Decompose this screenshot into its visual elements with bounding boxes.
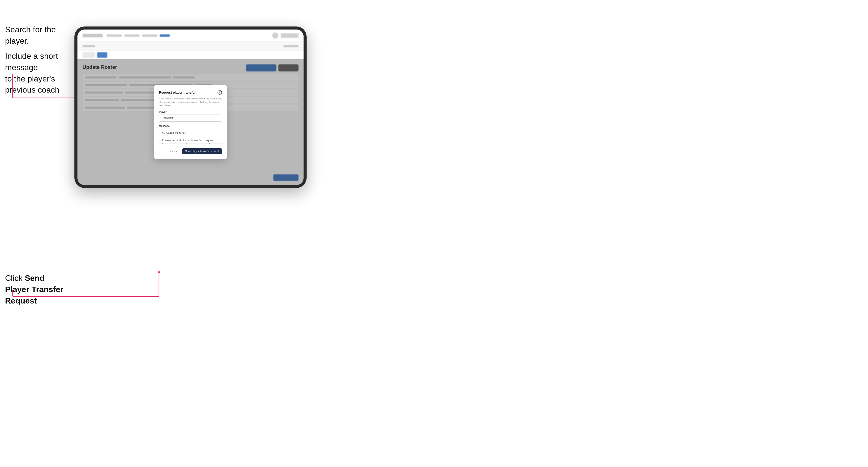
tabs-bar xyxy=(78,51,304,59)
tablet-device: Update Roster xyxy=(74,27,307,188)
player-input[interactable] xyxy=(159,115,222,122)
request-transfer-modal: Request player transfer × If the player … xyxy=(154,85,227,159)
nav-item-2 xyxy=(124,34,140,37)
header-action-btn xyxy=(281,33,299,38)
send-transfer-request-button[interactable]: Send Player Transfer Request xyxy=(182,148,222,154)
modal-footer: Cancel Send Player Transfer Request xyxy=(159,148,222,154)
tablet-screen: Update Roster xyxy=(78,30,304,185)
nav-item-active xyxy=(160,34,170,37)
sub-header-right xyxy=(283,45,299,47)
message-label: Message xyxy=(159,125,222,127)
modal-overlay: Request player transfer × If the player … xyxy=(78,59,304,185)
sub-header xyxy=(78,42,304,51)
nav-item-3 xyxy=(142,34,157,37)
app-nav xyxy=(107,34,268,37)
app-header-right xyxy=(272,33,299,39)
annotation-click-text: Click Send Player Transfer Request xyxy=(5,273,71,306)
annotation-message-text: Include a short message to the player's … xyxy=(5,51,73,96)
modal-close-button[interactable]: × xyxy=(217,90,222,95)
player-label: Player xyxy=(159,111,222,113)
annotation-search-text: Search for the player. xyxy=(5,24,71,47)
modal-header: Request player transfer × xyxy=(159,90,222,95)
sub-breadcrumb xyxy=(83,45,95,47)
svg-marker-7 xyxy=(157,271,160,273)
modal-description: If the player is transferring from anoth… xyxy=(159,97,222,107)
nav-item-1 xyxy=(107,34,122,37)
modal-title: Request player transfer xyxy=(159,91,195,94)
message-textarea[interactable]: Hi Coach McHarg, Please accept this tran… xyxy=(159,129,222,144)
tab-active xyxy=(97,52,107,58)
header-avatar-icon xyxy=(272,33,278,39)
tab-1 xyxy=(83,52,95,58)
cancel-button[interactable]: Cancel xyxy=(168,149,180,154)
main-content: Update Roster xyxy=(78,59,304,185)
app-header xyxy=(78,30,304,42)
app-logo xyxy=(83,34,103,37)
